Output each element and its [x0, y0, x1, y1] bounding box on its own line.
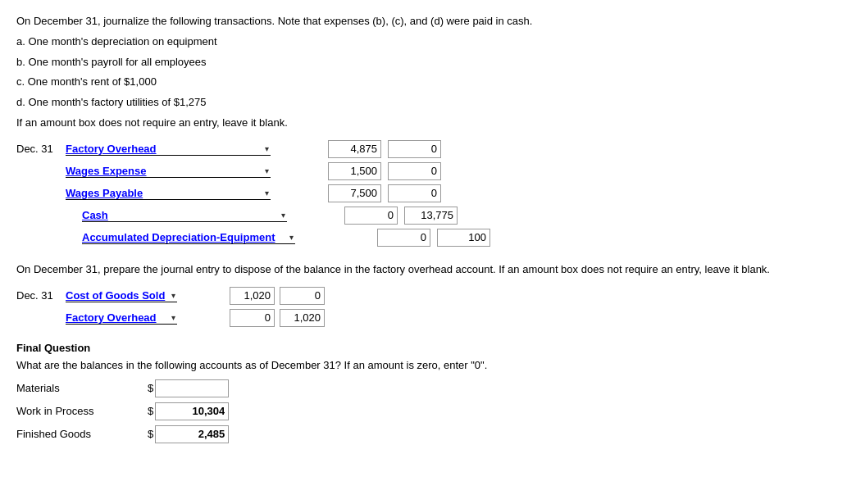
- dollar-sign-wip: $: [148, 405, 153, 417]
- balance-input-finished[interactable]: [155, 425, 229, 443]
- note-text: If an amount box does not require an ent…: [16, 115, 840, 132]
- journal1-row-0: Dec. 31 Factory Overhead Wages Expense W…: [16, 140, 840, 158]
- journal2-account-0: Cost of Goods Sold Factory Overhead Work…: [66, 289, 230, 302]
- debit-input-j2-1[interactable]: [230, 309, 275, 327]
- journal1-row-2: Factory Overhead Wages Expense Wages Pay…: [66, 184, 840, 202]
- debit-input-2[interactable]: [328, 184, 381, 202]
- balance-row-materials: Materials $: [16, 379, 840, 397]
- journal2-account-1: Cost of Goods Sold Factory Overhead Work…: [66, 311, 230, 325]
- balance-input-materials[interactable]: [155, 379, 229, 397]
- intro-text: On December 31, journalize the following…: [16, 13, 840, 30]
- credit-input-0[interactable]: [388, 140, 441, 158]
- account-select-wrapper-2[interactable]: Factory Overhead Wages Expense Wages Pay…: [66, 187, 271, 200]
- account-dropdown-j2-0[interactable]: Cost of Goods Sold Factory Overhead Work…: [66, 289, 177, 302]
- amounts-j2-0: [230, 287, 325, 305]
- dollar-sign-finished: $: [148, 428, 153, 440]
- item-d: d. One month's factory utilities of $1,2…: [16, 94, 840, 111]
- credit-input-1[interactable]: [388, 162, 441, 180]
- journal2-row-1: Cost of Goods Sold Factory Overhead Work…: [66, 309, 840, 327]
- journal1-row-1: Factory Overhead Wages Expense Wages Pay…: [66, 162, 840, 180]
- journal1-row-3: Factory Overhead Wages Expense Wages Pay…: [82, 207, 840, 225]
- journal1-account-1: Factory Overhead Wages Expense Wages Pay…: [66, 165, 328, 178]
- final-question-title: Final Question: [16, 342, 840, 354]
- amounts-2: [328, 184, 441, 202]
- account-dropdown-2[interactable]: Factory Overhead Wages Expense Wages Pay…: [66, 187, 271, 200]
- journal2-section: Dec. 31 Cost of Goods Sold Factory Overh…: [16, 287, 840, 327]
- account-dropdown-3[interactable]: Factory Overhead Wages Expense Wages Pay…: [82, 209, 287, 222]
- amounts-j2-1: [230, 309, 325, 327]
- final-question-section: Final Question What are the balances in …: [16, 342, 840, 443]
- account-select-wrapper-j2-0[interactable]: Cost of Goods Sold Factory Overhead Work…: [66, 289, 177, 302]
- amounts-1: [328, 162, 441, 180]
- account-dropdown-4[interactable]: Factory Overhead Wages Expense Wages Pay…: [82, 231, 295, 244]
- credit-input-j2-0[interactable]: [280, 287, 325, 305]
- account-dropdown-1[interactable]: Factory Overhead Wages Expense Wages Pay…: [66, 165, 271, 178]
- account-select-wrapper-4[interactable]: Factory Overhead Wages Expense Wages Pay…: [82, 231, 295, 244]
- journal1-account-0: Factory Overhead Wages Expense Wages Pay…: [66, 143, 328, 156]
- section2-text: On December 31, prepare the journal entr…: [16, 261, 840, 279]
- item-b: b. One month's payroll for all employees: [16, 54, 840, 71]
- instructions-block: On December 31, journalize the following…: [16, 13, 840, 132]
- amounts-0: [328, 140, 441, 158]
- journal1-account-2: Factory Overhead Wages Expense Wages Pay…: [66, 187, 328, 200]
- balance-label-materials: Materials: [16, 382, 148, 394]
- debit-input-j2-0[interactable]: [230, 287, 275, 305]
- item-a: a. One month's depreciation on equipment: [16, 34, 840, 51]
- credit-input-j2-1[interactable]: [280, 309, 325, 327]
- account-dropdown-j2-1[interactable]: Cost of Goods Sold Factory Overhead Work…: [66, 311, 177, 325]
- debit-input-3[interactable]: [344, 207, 398, 225]
- amounts-4: [377, 229, 490, 247]
- final-question-description: What are the balances in the following a…: [16, 359, 840, 371]
- account-select-wrapper-1[interactable]: Factory Overhead Wages Expense Wages Pay…: [66, 165, 271, 178]
- journal1-account-3: Factory Overhead Wages Expense Wages Pay…: [82, 209, 344, 222]
- account-select-wrapper-0[interactable]: Factory Overhead Wages Expense Wages Pay…: [66, 143, 271, 156]
- balance-label-finished: Finished Goods: [16, 428, 148, 440]
- credit-input-4[interactable]: [437, 229, 490, 247]
- journal1-account-4: Factory Overhead Wages Expense Wages Pay…: [82, 231, 377, 244]
- account-select-wrapper-j2-1[interactable]: Cost of Goods Sold Factory Overhead Work…: [66, 311, 177, 325]
- balance-input-wip[interactable]: [155, 402, 229, 420]
- credit-input-2[interactable]: [388, 184, 441, 202]
- journal1-date: Dec. 31: [16, 143, 66, 155]
- amounts-3: [344, 207, 458, 225]
- debit-input-0[interactable]: [328, 140, 381, 158]
- credit-input-3[interactable]: [404, 207, 458, 225]
- debit-input-1[interactable]: [328, 162, 381, 180]
- journal1-row-4: Factory Overhead Wages Expense Wages Pay…: [82, 229, 840, 247]
- balance-row-finished: Finished Goods $: [16, 425, 840, 443]
- debit-input-4[interactable]: [377, 229, 430, 247]
- journal1-section: Dec. 31 Factory Overhead Wages Expense W…: [16, 140, 840, 247]
- account-select-wrapper-3[interactable]: Factory Overhead Wages Expense Wages Pay…: [82, 209, 287, 222]
- journal2-row-0: Dec. 31 Cost of Goods Sold Factory Overh…: [16, 287, 840, 305]
- account-dropdown-0[interactable]: Factory Overhead Wages Expense Wages Pay…: [66, 143, 271, 156]
- section2-description: On December 31, prepare the journal entr…: [16, 261, 840, 279]
- dollar-sign-materials: $: [148, 382, 153, 394]
- balance-row-wip: Work in Process $: [16, 402, 840, 420]
- item-c: c. One month's rent of $1,000: [16, 74, 840, 91]
- journal2-date: Dec. 31: [16, 289, 66, 302]
- balance-label-wip: Work in Process: [16, 405, 148, 417]
